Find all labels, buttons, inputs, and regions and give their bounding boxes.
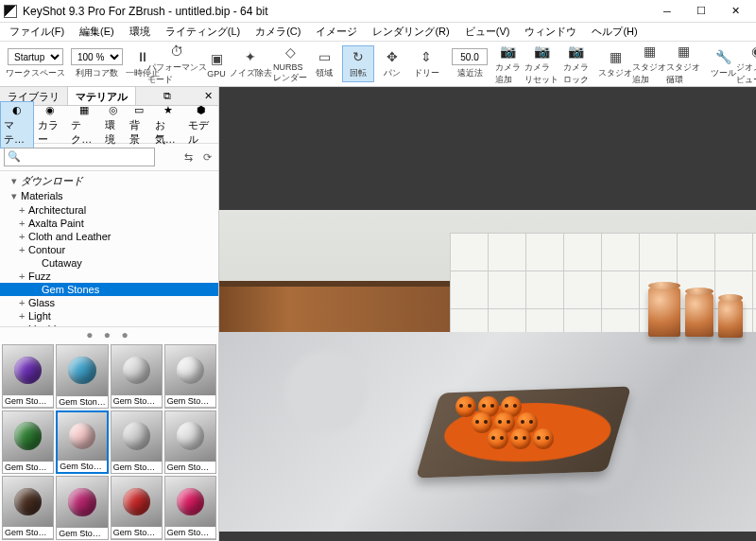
- tree-label: ダウンロード: [21, 175, 83, 186]
- render-view[interactable]: [219, 210, 756, 532]
- tree-row[interactable]: Cutaway: [0, 256, 218, 270]
- toolbar-icon: ▦: [675, 43, 692, 60]
- menu-item[interactable]: 編集(E): [74, 23, 120, 41]
- category-button[interactable]: ◎環境: [101, 101, 126, 148]
- tree-row[interactable]: +Architectural: [0, 203, 218, 217]
- viewport[interactable]: [219, 87, 756, 541]
- toolbar-button[interactable]: ◉ジオメトリビュー: [741, 40, 756, 89]
- tree-twisty-icon: +: [19, 270, 28, 282]
- thumbnail[interactable]: Gem Sto…: [111, 344, 163, 409]
- toolbar-icon: 🔧: [714, 48, 731, 65]
- toolbar-label: ツール: [711, 67, 736, 79]
- toolbar-button[interactable]: ✦ノイズ除去: [234, 45, 266, 82]
- menu-item[interactable]: ウィンドウ: [519, 23, 582, 41]
- menu-item[interactable]: イメージ: [310, 23, 363, 41]
- tree-twisty-icon: +: [19, 231, 28, 242]
- minimize-button[interactable]: ─: [650, 1, 684, 22]
- category-row: ◐マテ…◉カラー▦テク…◎環境▭背景★お気…⬢モデル: [0, 106, 218, 144]
- tree-row[interactable]: +Glass: [0, 296, 218, 309]
- thumbnail[interactable]: Gem Ston…: [56, 344, 109, 409]
- menu-item[interactable]: ビュー(V): [459, 23, 516, 41]
- category-label: テク…: [71, 118, 97, 147]
- category-icon: ⬢: [194, 103, 209, 118]
- toolbar-icon: ◉: [748, 43, 756, 60]
- thumbnail[interactable]: Gem Sto…: [164, 344, 216, 409]
- toolbar-group: 遠近法: [450, 48, 490, 79]
- toolbar-icon: ⏱: [168, 43, 185, 60]
- thumbnail[interactable]: Gem Sto…: [164, 410, 216, 475]
- thumbnail[interactable]: Gem Sto…: [56, 476, 109, 540]
- thumbnail[interactable]: Gem Sto…: [111, 476, 163, 540]
- tree-row[interactable]: Gem Stones: [0, 283, 218, 296]
- category-icon: ★: [161, 103, 176, 118]
- toolbar-button[interactable]: ▭領域: [308, 45, 340, 82]
- tree-twisty-icon: +: [19, 244, 28, 255]
- toolbar-button[interactable]: ✥パン: [376, 45, 408, 82]
- thumbnail[interactable]: Gem Sto…: [2, 410, 54, 475]
- search-input[interactable]: [4, 148, 155, 166]
- toolbar-button: 📷カメラロック: [559, 40, 592, 89]
- toolbar-button[interactable]: ▦スタジオ: [599, 45, 631, 82]
- workspace-select[interactable]: Startup: [8, 48, 63, 65]
- category-label: 背景: [129, 118, 146, 147]
- toolbar-button[interactable]: ↻回転: [342, 45, 374, 82]
- thumbnail-preview: [3, 345, 53, 395]
- menu-item[interactable]: レンダリング(R): [367, 23, 455, 41]
- thumbnail[interactable]: Gem Sto…: [2, 476, 54, 540]
- tree-row[interactable]: +Cloth and Leather: [0, 230, 218, 243]
- tree-row[interactable]: +Axalta Paint: [0, 217, 218, 230]
- tree-row[interactable]: +Light: [0, 309, 218, 323]
- toolbar-button: ▣GPU: [200, 47, 232, 81]
- menu-item[interactable]: 環境: [124, 23, 156, 41]
- category-icon: ◎: [106, 103, 121, 118]
- menu-item[interactable]: カメラ(C): [249, 23, 306, 41]
- thumbnail-preview: [57, 345, 108, 396]
- toolbar-icon: ✦: [242, 48, 259, 65]
- menu-item[interactable]: ライティング(L): [160, 23, 246, 41]
- refresh-icon[interactable]: ⟳: [199, 149, 215, 165]
- thumbnail[interactable]: Gem Sto…: [56, 410, 109, 475]
- toolbar-label: パン: [384, 67, 401, 79]
- category-button[interactable]: ⬢モデル: [184, 101, 218, 148]
- category-button[interactable]: ◐マテ…: [0, 101, 34, 148]
- tree-twisty-icon: ▾: [11, 175, 21, 187]
- tree-row[interactable]: +Fuzz: [0, 270, 218, 283]
- menu-item[interactable]: ファイル(F): [4, 23, 70, 41]
- tree-row[interactable]: +Contour: [0, 243, 218, 256]
- toolbar-button[interactable]: ▦スタジオ追加: [633, 40, 665, 89]
- toolbar-button: 📷カメラリセット: [525, 40, 558, 89]
- splitter-handle[interactable]: ● ● ●: [0, 327, 218, 342]
- toolbar-label: ノイズ除去: [230, 67, 272, 79]
- maximize-button[interactable]: ☐: [684, 1, 718, 22]
- tree-row[interactable]: ▾ダウンロード: [0, 173, 218, 189]
- category-button[interactable]: ▭背景: [126, 101, 150, 148]
- toolbar-button[interactable]: 🔧ツール: [707, 45, 739, 82]
- tree-label: Glass: [28, 297, 55, 308]
- fov-input[interactable]: [452, 48, 488, 65]
- category-icon: ▭: [131, 103, 146, 118]
- toolbar-label: GPU: [207, 69, 226, 79]
- category-button[interactable]: ★お気…: [151, 101, 185, 148]
- toolbar-icon: ▭: [316, 48, 333, 65]
- category-icon: ◉: [43, 103, 58, 118]
- thumbnail-grid: Gem Sto…Gem Ston…Gem Sto…Gem Sto…Gem Sto…: [0, 342, 218, 541]
- close-button[interactable]: ✕: [718, 1, 752, 22]
- thumbnail[interactable]: Gem Sto…: [2, 344, 54, 409]
- category-button[interactable]: ▦テク…: [67, 101, 101, 148]
- zoom-select[interactable]: 100 %: [71, 48, 123, 65]
- thumbnail[interactable]: Gem Sto…: [111, 410, 163, 475]
- tree-label: Gem Stones: [42, 284, 99, 295]
- tree-label: Axalta Paint: [28, 218, 84, 229]
- filter-icon[interactable]: ⇆: [180, 149, 196, 165]
- toolbar-button[interactable]: ⏱パフォーマンスモード: [161, 40, 193, 89]
- toolbar-button[interactable]: ⇕ドリー: [410, 45, 442, 82]
- menu-item[interactable]: ヘルプ(H): [586, 23, 643, 41]
- thumbnail[interactable]: Gem Sto…: [164, 476, 216, 540]
- toolbar-icon: 📷: [499, 43, 516, 60]
- sidebar: ライブラリ マテリアル ⧉ ✕ ◐マテ…◉カラー▦テク…◎環境▭背景★お気…⬢モ…: [0, 87, 219, 541]
- toolbar-button[interactable]: 📷カメラ追加: [491, 40, 524, 89]
- category-label: マテ…: [4, 118, 30, 147]
- search-row: 🔍 ⇆ ⟳: [0, 144, 218, 171]
- tree-row[interactable]: ▾Materials: [0, 189, 218, 203]
- category-button[interactable]: ◉カラー: [34, 101, 68, 148]
